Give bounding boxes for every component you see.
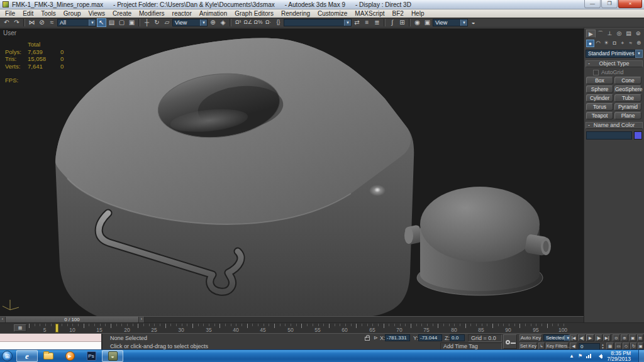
mini-curve-editor-button[interactable]: ▦	[14, 324, 26, 332]
perspective-viewport[interactable]: User Total Polys: 7,639 0 Tris: 15,058 0…	[0, 28, 584, 316]
play-button[interactable]: ▶	[586, 334, 594, 341]
menu-views[interactable]: Views	[85, 10, 109, 17]
time-slider-frame-marker[interactable]	[55, 324, 58, 332]
tube-button[interactable]: Tube	[614, 94, 641, 102]
menu-maxscript[interactable]: MAXScript	[351, 10, 388, 17]
use-pivot-center-icon[interactable]: ⊕	[208, 18, 218, 27]
select-and-rotate-icon[interactable]: ↻	[152, 18, 162, 27]
select-and-manipulate-icon[interactable]: ◈	[218, 18, 228, 27]
next-frame-button[interactable]: |▶	[595, 334, 602, 341]
object-name-field[interactable]	[586, 131, 632, 140]
selected-filter-dropdown[interactable]: Selected ▼	[543, 334, 569, 341]
align-icon[interactable]: ≡	[362, 18, 372, 27]
taskbar-clock[interactable]: 8:35 PM 7/29/2013	[607, 351, 631, 362]
z-coord-field[interactable]: 0.0	[450, 334, 465, 341]
redo-icon[interactable]: ↷	[12, 18, 21, 27]
torus-button[interactable]: Torus	[586, 103, 613, 111]
tab-modify-icon[interactable]: ⌒	[596, 30, 605, 38]
menu-graph-editors[interactable]: Graph Editors	[231, 10, 277, 17]
menu-reactor[interactable]: reactor	[169, 10, 196, 17]
previous-frame-button[interactable]: ◀|	[578, 334, 586, 341]
time-slider-track[interactable]	[145, 317, 584, 322]
key-mode-toggle[interactable]: ◀	[570, 343, 577, 349]
zoom-extents-icon[interactable]: ▣	[629, 334, 636, 341]
taskbar-explorer[interactable]	[38, 350, 59, 362]
start-button[interactable]: ⊞	[2, 351, 13, 361]
mirror-icon[interactable]: ⇄	[352, 18, 362, 27]
tab-create-icon[interactable]: ▶	[586, 30, 596, 38]
set-key-button[interactable]: Set Key	[519, 343, 537, 349]
show-desktop-button[interactable]	[638, 350, 644, 362]
named-selection-sets-icon[interactable]: {}	[274, 18, 283, 27]
layer-manager-icon[interactable]: ≣	[372, 18, 382, 27]
go-to-end-button[interactable]: ▶|	[603, 334, 611, 341]
menu-help[interactable]: Help	[408, 10, 428, 17]
box-button[interactable]: Box	[586, 77, 613, 84]
time-slider-handle[interactable]: 0 / 100	[6, 317, 139, 322]
autogrid-checkbox[interactable]	[593, 70, 599, 75]
tray-expand-icon[interactable]: ▲	[569, 353, 574, 359]
taskbar-photoshop[interactable]: Ps	[80, 350, 102, 362]
listener-macro-row[interactable]	[0, 334, 101, 342]
maximize-viewport-icon[interactable]: ▣	[638, 343, 643, 349]
speaker-icon[interactable]	[596, 354, 602, 359]
category-lights-icon[interactable]: ☀	[602, 40, 611, 47]
selection-region-icon[interactable]: ▢	[117, 18, 126, 27]
track-bar[interactable]: ▦ 5 10 15 20 25 30 35 40 45 50 55 60 65 …	[0, 322, 644, 333]
auto-key-button[interactable]: Auto Key	[519, 334, 542, 341]
set-keys-button[interactable]	[503, 334, 517, 349]
selection-lock-icon[interactable]	[365, 337, 370, 341]
name-and-color-rollout[interactable]: - Name and Color	[586, 122, 643, 129]
select-and-scale-icon[interactable]: ▱	[162, 18, 172, 27]
taskbar-media-player[interactable]: ▶	[59, 350, 80, 362]
time-configuration-icon[interactable]: ▦	[606, 343, 614, 349]
reference-coordinate-dropdown[interactable]: View ▼	[172, 19, 208, 26]
menu-rendering[interactable]: Rendering	[277, 10, 314, 17]
percent-snap-icon[interactable]: Ω%	[253, 18, 263, 27]
restore-button[interactable]: ❐	[601, 0, 618, 8]
geosphere-button[interactable]: GeoSphere	[614, 85, 641, 93]
y-coord-field[interactable]: -73.044	[418, 334, 442, 341]
window-titlebar[interactable]: FMK-1_FMK-3_Mines_rope.max - Project Fol…	[0, 0, 644, 9]
tab-display-icon[interactable]: ▤	[624, 30, 633, 38]
viewport-label[interactable]: User	[3, 30, 16, 36]
menu-bf2[interactable]: BF2	[389, 10, 408, 17]
menu-file[interactable]: File	[1, 10, 19, 17]
category-shapes-icon[interactable]: ◠	[594, 40, 602, 47]
category-cameras-icon[interactable]: ◘	[611, 40, 619, 47]
time-slider-next-button[interactable]: ›	[139, 317, 145, 322]
pyramid-button[interactable]: Pyramid	[614, 103, 641, 111]
render-type-dropdown[interactable]: View ▼	[433, 19, 468, 26]
tab-motion-icon[interactable]: ◎	[614, 30, 624, 38]
category-geometry-icon[interactable]: ●	[586, 40, 594, 47]
select-and-link-icon[interactable]: ⋈	[27, 18, 36, 27]
named-selection-dropdown[interactable]: ▼	[284, 19, 352, 26]
maxscript-mini-listener[interactable]	[0, 334, 103, 349]
menu-group[interactable]: Group	[60, 10, 85, 17]
select-object-icon[interactable]: ↖	[97, 18, 106, 27]
menu-tools[interactable]: Tools	[37, 10, 59, 17]
menu-create[interactable]: Create	[109, 10, 135, 17]
mine-box-model[interactable]	[55, 38, 414, 317]
taskbar-3dsmax[interactable]: ◒	[102, 350, 123, 362]
x-coord-field[interactable]: -781.331	[385, 334, 410, 341]
zoom-all-icon[interactable]: ⊕	[621, 334, 628, 341]
zoom-extents-all-icon[interactable]: ⊞	[637, 334, 643, 341]
quick-render-icon[interactable]: ◒	[469, 18, 478, 27]
taskbar-internet-explorer[interactable]: e	[16, 350, 38, 362]
action-center-flag-icon[interactable]: ⚑	[578, 353, 582, 359]
network-icon[interactable]	[586, 353, 592, 359]
menu-customize[interactable]: Customize	[314, 10, 351, 17]
object-color-swatch[interactable]	[634, 131, 642, 140]
category-spacewarps-icon[interactable]: ≈	[626, 40, 635, 47]
primitive-type-dropdown[interactable]: Standard Primitives ▼	[586, 50, 643, 58]
window-crossing-icon[interactable]: ▣	[127, 18, 136, 27]
snap-toggle-3d-icon[interactable]: Ω³	[233, 18, 243, 27]
menu-modifiers[interactable]: Modifiers	[135, 10, 169, 17]
key-filters-button[interactable]: Key Filters...	[546, 343, 569, 349]
plane-button[interactable]: Plane	[614, 112, 641, 119]
select-and-move-icon[interactable]: ┼	[142, 18, 152, 27]
field-of-view-icon[interactable]: ▭	[615, 343, 622, 349]
tab-utilities-icon[interactable]: ⊚	[633, 30, 643, 38]
category-systems-icon[interactable]: ⊛	[635, 40, 643, 47]
